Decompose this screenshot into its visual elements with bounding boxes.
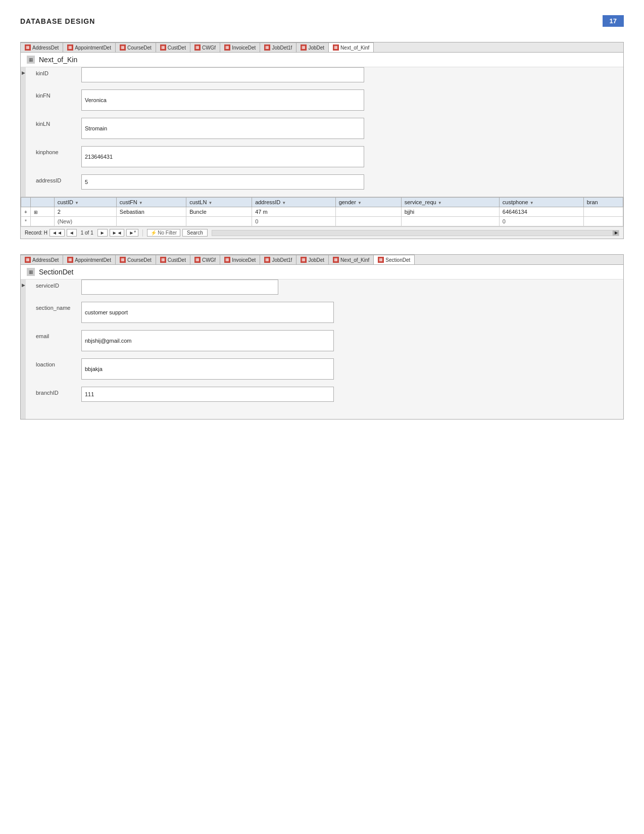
tab2-next-of-kinf[interactable]: ▦ Next_of_Kinf — [329, 255, 374, 264]
label-kinid: kinID — [36, 67, 81, 76]
input-serviceid[interactable] — [81, 280, 278, 295]
input-kinid[interactable] — [81, 67, 364, 82]
label-addressid: addressID — [36, 174, 81, 183]
nav-new[interactable]: ►* — [126, 229, 138, 237]
col-header-addressid[interactable]: addressID ▼ — [252, 198, 336, 207]
tab-next-of-kinf[interactable]: ▦ Next_of_Kinf — [329, 42, 374, 53]
cell-custln: Buncle — [186, 207, 252, 217]
col-header-bran[interactable]: bran — [583, 198, 623, 207]
tab2-cwgf[interactable]: ▦ CWGf — [190, 255, 220, 264]
tab-invoicedet[interactable]: ▦ InvoiceDet — [220, 42, 260, 52]
input-branchid[interactable] — [81, 387, 334, 402]
tab-icon: ▦ — [301, 257, 307, 263]
tab2-jobdet[interactable]: ▦ JobDet — [296, 255, 329, 264]
label-section-name: section_name — [36, 302, 81, 311]
datasheet-1: custID ▼ custFN ▼ custLN ▼ addressID ▼ g… — [21, 197, 623, 226]
nav-prev[interactable]: ◄ — [67, 229, 77, 237]
tab2-addressdet[interactable]: ▦ AddressDet — [21, 255, 63, 264]
label-serviceid: serviceID — [36, 280, 81, 289]
page-header: DATABASE DESIGN 17 — [20, 15, 624, 27]
nav-last[interactable]: ►◄ — [110, 229, 125, 237]
tab-cwgf[interactable]: ▦ CWGf — [190, 42, 220, 52]
row-indicator-1: ▶ — [21, 67, 26, 197]
tab2-jobdet1f[interactable]: ▦ JobDet1f — [260, 255, 296, 264]
col-header-custphone[interactable]: custphone ▼ — [499, 198, 583, 207]
col-header-custfn[interactable]: custFN ▼ — [116, 198, 186, 207]
label-kinfn: kinFN — [36, 89, 81, 99]
tab-icon: ▦ — [67, 44, 73, 51]
col-header-service-requ[interactable]: service_requ ▼ — [401, 198, 499, 207]
col-header-expand — [30, 198, 54, 207]
col-header-custln[interactable]: custLN ▼ — [186, 198, 252, 207]
nav-first[interactable]: ◄◄ — [49, 229, 65, 237]
col-header-indicator — [21, 198, 31, 207]
cell-new-custln — [186, 217, 252, 226]
field-section-name: section_name — [36, 302, 613, 323]
tab-addressdet[interactable]: ▦ AddressDet — [21, 42, 63, 52]
cell-custid: 2 — [54, 207, 116, 217]
row-indicator-2: ▶ — [21, 280, 26, 419]
nav-next[interactable]: ► — [97, 229, 108, 237]
cell-custfn: Sebastian — [116, 207, 186, 217]
field-branchid: branchID — [36, 387, 613, 402]
field-kinid: kinID — [36, 67, 613, 82]
tab-icon: ▦ — [224, 257, 230, 263]
nav-separator — [142, 229, 143, 237]
label-branchid: branchID — [36, 387, 81, 396]
no-filter-label: No Filter — [158, 230, 177, 236]
tab2-invoicedet[interactable]: ▦ InvoiceDet — [220, 255, 260, 264]
field-addressid: addressID — [36, 174, 613, 190]
tab-icon: ▦ — [333, 257, 339, 263]
tab-icon: ▦ — [264, 257, 270, 263]
window1-title: Next_of_Kin — [39, 56, 77, 64]
window-next-of-kin: ▦ AddressDet ▦ AppointmentDet ▦ CourseDe… — [20, 42, 624, 239]
input-email[interactable] — [81, 330, 334, 351]
tab-appointmentdet[interactable]: ▦ AppointmentDet — [63, 42, 116, 52]
input-section-name[interactable] — [81, 302, 334, 323]
window-title-bar-1: ▦ Next_of_Kin — [21, 53, 623, 67]
tab-custdet[interactable]: ▦ CustDet — [156, 42, 190, 52]
row-expand-new — [30, 217, 54, 226]
tab-icon: ▦ — [67, 257, 73, 263]
tab-jobdet1f[interactable]: ▦ JobDet1f — [260, 42, 296, 52]
cell-new-bran — [583, 217, 623, 226]
tab-jobdet[interactable]: ▦ JobDet — [296, 42, 329, 52]
input-kinphone[interactable] — [81, 146, 364, 167]
cell-new-label: (New) — [54, 217, 116, 226]
tab-icon: ▦ — [120, 257, 126, 263]
field-loaction: loaction — [36, 358, 613, 380]
search-button[interactable]: Search — [182, 229, 208, 237]
table-row-new: * (New) 0 0 — [21, 217, 623, 226]
window-section-det: ▦ AddressDet ▦ AppointmentDet ▦ CourseDe… — [20, 254, 624, 420]
tab-icon: ▦ — [194, 44, 201, 51]
col-header-gender[interactable]: gender ▼ — [335, 198, 401, 207]
tab-icon: ▦ — [333, 44, 339, 51]
label-kinln: kinLN — [36, 118, 81, 127]
row-expand[interactable]: ⊞ — [30, 207, 54, 217]
tab2-appointmentdet[interactable]: ▦ AppointmentDet — [63, 255, 116, 264]
tab2-sectiondet[interactable]: ▦ SectionDet — [374, 255, 415, 265]
tab-coursedet[interactable]: ▦ CourseDet — [116, 42, 156, 52]
tab-icon: ▦ — [120, 44, 126, 51]
tab-bar-2: ▦ AddressDet ▦ AppointmentDet ▦ CourseDe… — [21, 255, 623, 265]
window2-title: SectionDet — [39, 268, 73, 276]
horizontal-scrollbar[interactable]: ▶ — [212, 230, 619, 236]
input-kinln[interactable] — [81, 118, 364, 139]
filter-icon: ⚡ — [151, 230, 157, 236]
tab-icon: ▦ — [160, 257, 166, 263]
col-header-custid[interactable]: custID ▼ — [54, 198, 116, 207]
tab2-coursedet[interactable]: ▦ CourseDet — [116, 255, 156, 264]
form-content-wrapper-1: ▶ kinID kinFN kinLN kinphone addressID — [21, 67, 623, 197]
table-row: + ⊞ 2 Sebastian Buncle 47 m bjjhi 646461… — [21, 207, 623, 217]
input-addressid[interactable] — [81, 174, 364, 190]
tab2-custdet[interactable]: ▦ CustDet — [156, 255, 190, 264]
label-loaction: loaction — [36, 358, 81, 367]
field-kinphone: kinphone — [36, 146, 613, 167]
no-filter-button[interactable]: ⚡ No Filter — [147, 229, 180, 237]
scroll-right-arrow[interactable]: ▶ — [613, 230, 619, 236]
tab-icon: ▦ — [301, 44, 307, 51]
input-kinfn[interactable] — [81, 89, 364, 111]
input-loaction[interactable] — [81, 358, 334, 380]
window-title-bar-2: ▦ SectionDet — [21, 265, 623, 280]
tab-icon: ▦ — [25, 257, 31, 263]
